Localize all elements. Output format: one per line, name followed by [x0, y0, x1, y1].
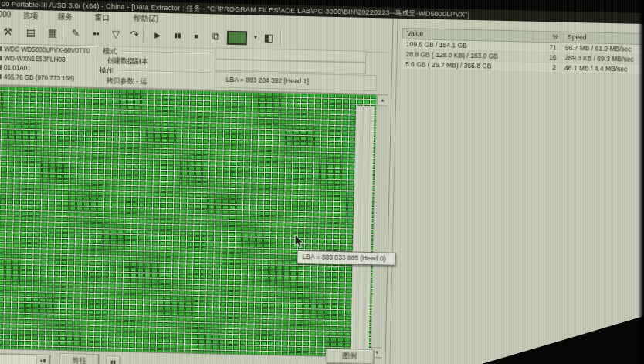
- current-lba-status: LBA = 883 204 392 [Head 1]: [214, 71, 376, 91]
- step-button[interactable]: ▸▮: [36, 354, 49, 364]
- row-value: 5.6 GB ( 26.7 MB) / 365.8 GB: [402, 60, 531, 72]
- drive-capacity-row: 465.76 GB (976 773 168): [0, 72, 97, 83]
- group-divider: [120, 51, 212, 54]
- stop-icon[interactable]: ■: [188, 28, 205, 45]
- task-mode-panel: 模式 创建数据副本 操作 拷贝参数 - 运: [96, 46, 215, 90]
- menu-item-help[interactable]: 帮助(Z): [133, 13, 158, 25]
- lba-tooltip: LBA = 883 033 865 (Head 0): [297, 250, 395, 266]
- tools-icon[interactable]: ⚒: [0, 23, 16, 40]
- drive-attr-icon: [0, 56, 2, 60]
- menu-item-service[interactable]: 服务: [57, 12, 73, 22]
- sector-map[interactable]: [0, 85, 376, 359]
- drive-attr-icon: [0, 46, 2, 51]
- row-percent: 16: [531, 53, 561, 63]
- mouse-cursor: [294, 234, 304, 251]
- toolbar-separator: [63, 25, 63, 41]
- report-icon[interactable]: ▤: [22, 24, 39, 41]
- edit-task-icon[interactable]: ✎: [67, 25, 84, 42]
- card-icon[interactable]: ▦: [44, 24, 61, 41]
- row-speed: 46.1 MB / 4.4 MB/sec: [561, 63, 644, 74]
- drive-info-panel: WDC WD5000LPVX-60V0TT0 WD-WXN1E53FLH03 0…: [0, 43, 98, 87]
- menu-item-options[interactable]: 选项: [22, 11, 38, 22]
- lba-position-input[interactable]: 0: [0, 353, 40, 364]
- column-header-speed[interactable]: Speed: [564, 32, 644, 44]
- operation-group-label: 操作: [100, 66, 114, 76]
- goto-button[interactable]: 前往: [59, 353, 98, 364]
- menu-item-window[interactable]: 窗口: [94, 12, 110, 23]
- task-status-table: Value % Speed Ti 109.5 GB / 154.1 GB 71 …: [402, 28, 644, 76]
- map-view-button[interactable]: [225, 29, 249, 46]
- resume-icon[interactable]: ↷: [126, 26, 143, 43]
- filter-icon[interactable]: ▽: [107, 26, 124, 43]
- pause-icon[interactable]: ▮▮: [169, 27, 186, 44]
- caret-down-icon[interactable]: ▾: [251, 29, 260, 46]
- row-speed: 269.3 KB / 69.3 MB/sec: [561, 53, 644, 64]
- row-percent: 71: [532, 43, 561, 53]
- drive-capacity: 465.76 GB (976 773 168): [4, 72, 75, 83]
- legend-button[interactable]: 图例: [325, 349, 373, 364]
- toolbar-separator: [280, 29, 281, 46]
- search-icon[interactable]: ●●: [87, 26, 104, 43]
- drive-attr-icon: [0, 74, 2, 79]
- operation-value: 拷贝参数 - 运: [106, 76, 147, 87]
- task-status-pane: Value % Speed Ti 109.5 GB / 154.1 GB 71 …: [389, 19, 644, 364]
- drive-firmware: 01.01A01: [4, 63, 31, 73]
- row-percent: 2: [531, 63, 561, 73]
- column-header-percent[interactable]: %: [534, 32, 564, 43]
- row-speed: 56.7 MB / 61.9 MB/sec: [561, 43, 644, 54]
- monitor-icon: [227, 31, 247, 46]
- mode-value: 创建数据副本: [107, 56, 148, 66]
- pause-button[interactable]: ▮▮: [106, 355, 120, 364]
- exit-icon[interactable]: ◧: [260, 29, 277, 46]
- toolbar-separator: [143, 26, 144, 43]
- windows-icon[interactable]: ⧉: [208, 28, 225, 45]
- group-divider: [117, 70, 212, 73]
- menu-item-pc3000[interactable]: 000: [0, 10, 11, 19]
- start-icon[interactable]: ▶: [149, 26, 166, 43]
- application-window: 00 Portable-III /USB 3.0/ (x64) - China …: [0, 0, 644, 364]
- drive-attr-icon: [0, 65, 2, 70]
